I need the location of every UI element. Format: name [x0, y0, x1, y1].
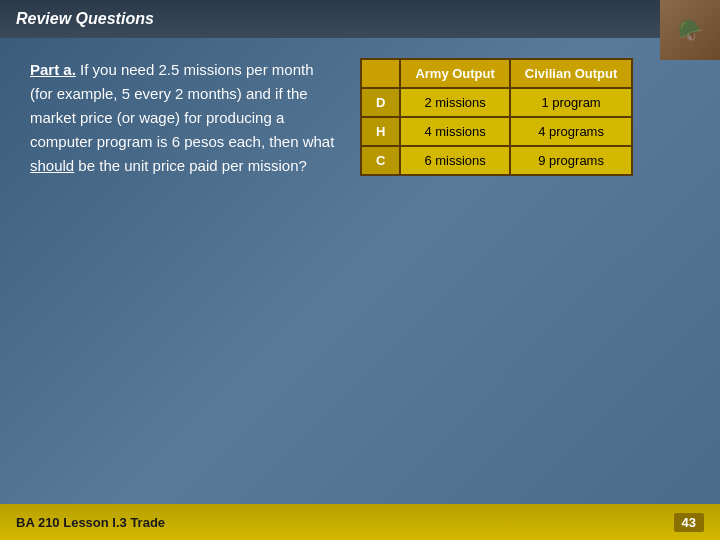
output-table: Army Output Civilian Output D 2 missions…	[360, 58, 633, 176]
question-end-text: be the unit price paid per mission?	[74, 157, 307, 174]
page-title: Review Questions	[16, 10, 154, 28]
row-key-d: D	[361, 88, 400, 117]
row-c-civilian: 9 programs	[510, 146, 632, 175]
col-header-key	[361, 59, 400, 88]
table-row: D 2 missions 1 program	[361, 88, 632, 117]
header-bar: Review Questions	[0, 0, 720, 38]
question-main-text: If you need 2.5 missions per month (for …	[30, 61, 334, 150]
table-row: C 6 missions 9 programs	[361, 146, 632, 175]
footer-label: BA 210 Lesson I.3 Trade	[16, 515, 165, 530]
main-content: Part a. If you need 2.5 missions per mon…	[30, 48, 690, 494]
row-d-civilian: 1 program	[510, 88, 632, 117]
row-d-army: 2 missions	[400, 88, 509, 117]
col-header-civilian: Civilian Output	[510, 59, 632, 88]
row-h-army: 4 missions	[400, 117, 509, 146]
table-header-row: Army Output Civilian Output	[361, 59, 632, 88]
row-key-c: C	[361, 146, 400, 175]
table-row: H 4 missions 4 programs	[361, 117, 632, 146]
row-c-army: 6 missions	[400, 146, 509, 175]
row-key-h: H	[361, 117, 400, 146]
page-number: 43	[674, 513, 704, 532]
row-h-civilian: 4 programs	[510, 117, 632, 146]
output-table-area: Army Output Civilian Output D 2 missions…	[360, 48, 690, 176]
footer-bar: BA 210 Lesson I.3 Trade 43	[0, 504, 720, 540]
underline-word: should	[30, 157, 74, 174]
col-header-army: Army Output	[400, 59, 509, 88]
question-block: Part a. If you need 2.5 missions per mon…	[30, 48, 340, 178]
part-label: Part a.	[30, 61, 76, 78]
